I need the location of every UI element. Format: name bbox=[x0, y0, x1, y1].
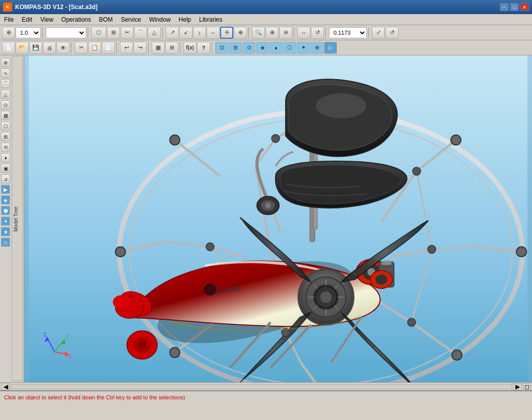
separator-3 bbox=[162, 27, 164, 38]
extrude-btn[interactable]: △ bbox=[148, 27, 161, 39]
menu-help[interactable]: Help bbox=[175, 15, 195, 24]
menu-file[interactable]: File bbox=[0, 15, 18, 24]
zoom-input[interactable]: 0.1173 bbox=[329, 27, 367, 38]
maximize-button[interactable]: □ bbox=[510, 3, 519, 11]
scroll-right-btn[interactable]: ▶ bbox=[513, 383, 522, 390]
menu-libraries[interactable]: Libraries bbox=[195, 15, 226, 24]
cut-btn[interactable]: ✂ bbox=[120, 27, 134, 39]
help-btn[interactable]: ? bbox=[197, 42, 210, 54]
new-btn[interactable]: 📄 bbox=[2, 42, 15, 54]
redo-btn[interactable]: ↪ bbox=[134, 42, 147, 54]
sidebar-icon-14[interactable]: ◈ bbox=[1, 195, 10, 204]
open-btn[interactable]: 📂 bbox=[16, 42, 29, 54]
h-scroll-track[interactable] bbox=[11, 384, 512, 389]
fillet-btn[interactable]: ⌒ bbox=[134, 27, 147, 39]
move-tool-btn[interactable]: ⊕ bbox=[2, 27, 15, 39]
preview-btn[interactable]: 👁 bbox=[56, 42, 70, 54]
window-title: KOMPAS-3D V12 - [Scat.a3d] bbox=[15, 4, 98, 11]
zoom-fit-btn[interactable]: 🔍 bbox=[252, 27, 265, 39]
close-button[interactable]: ✕ bbox=[520, 3, 529, 11]
app-icon: K bbox=[3, 3, 12, 12]
pan2-btn[interactable]: ⤢ bbox=[372, 27, 385, 39]
scroll-left-btn[interactable]: ◀ bbox=[1, 383, 10, 390]
sidebar-icon-15[interactable]: ⬟ bbox=[1, 206, 10, 215]
snap5-btn[interactable]: ♦ bbox=[270, 42, 283, 54]
svg-point-18 bbox=[516, 247, 526, 257]
arr-btn4[interactable]: ↔ bbox=[207, 27, 220, 39]
svg-text:Y: Y bbox=[65, 334, 69, 339]
svg-point-17 bbox=[115, 247, 125, 257]
sidebar-icon-12[interactable]: ⊿ bbox=[1, 174, 10, 183]
rotate-btn[interactable]: ↺ bbox=[311, 27, 324, 39]
sidebar-icon-17[interactable]: ★ bbox=[1, 227, 10, 236]
save-btn[interactable]: 💾 bbox=[29, 42, 42, 54]
sidebar-icon-18[interactable]: ◇ bbox=[1, 238, 10, 247]
main-area: ⊕ ∿ ⌒ △ ⊙ ▦ ⬡ ⊞ ⟲ ♦ ▣ ⊿ ▶ ◈ ⬟ ✦ ★ ◇ bbox=[0, 55, 532, 382]
title-controls[interactable]: − □ ✕ bbox=[500, 3, 529, 11]
cut2-btn[interactable]: ✂ bbox=[75, 42, 88, 54]
sidebar-icon-7[interactable]: ⬡ bbox=[1, 121, 10, 130]
sidebar-icon-1[interactable]: ⊕ bbox=[1, 58, 10, 67]
zoom-in-btn[interactable]: ⊕ bbox=[265, 27, 279, 39]
svg-point-61 bbox=[206, 243, 214, 251]
arr-btn3[interactable]: ↕ bbox=[193, 27, 206, 39]
menu-window[interactable]: Window bbox=[145, 15, 175, 24]
left-sidebar: ⊕ ∿ ⌒ △ ⊙ ▦ ⬡ ⊞ ⟲ ♦ ▣ ⊿ ▶ ◈ ⬟ ✦ ★ ◇ bbox=[0, 55, 24, 382]
sidebar-icon-9[interactable]: ⟲ bbox=[1, 143, 10, 152]
separator-6 bbox=[325, 27, 327, 38]
fx-btn[interactable]: f(x) bbox=[183, 42, 196, 54]
menu-bom[interactable]: BOM bbox=[95, 15, 117, 24]
menu-edit[interactable]: Edit bbox=[18, 15, 36, 24]
sidebar-icon-11[interactable]: ▣ bbox=[1, 164, 10, 173]
zoom-out-btn[interactable]: ⊖ bbox=[279, 27, 292, 39]
style-dropdown[interactable] bbox=[46, 27, 86, 38]
svg-point-35 bbox=[113, 295, 131, 309]
arrow-btn1[interactable]: ↗ bbox=[166, 27, 179, 39]
sidebar-icon-2[interactable]: ∿ bbox=[1, 68, 10, 78]
sidebar-icon-3[interactable]: ⌒ bbox=[1, 79, 10, 88]
sidebar-icon-13[interactable]: ▶ bbox=[1, 185, 10, 194]
menu-view[interactable]: View bbox=[36, 15, 57, 24]
sidebar-icon-4[interactable]: △ bbox=[1, 90, 10, 99]
snap6-btn[interactable]: ⬡ bbox=[283, 42, 296, 54]
sketch-btn[interactable]: ⊞ bbox=[107, 27, 120, 39]
snap1-btn[interactable]: ⊡ bbox=[215, 42, 228, 54]
separator-7 bbox=[368, 27, 370, 38]
snap2-btn[interactable]: ⊞ bbox=[229, 42, 242, 54]
snap4-btn[interactable]: ◈ bbox=[256, 42, 269, 54]
title-bar: K KOMPAS-3D V12 - [Scat.a3d] − □ ✕ bbox=[0, 0, 532, 14]
scroll-corner[interactable]: ◻ bbox=[523, 383, 531, 390]
minimize-button[interactable]: − bbox=[500, 3, 509, 11]
snap8-btn[interactable]: ⊕ bbox=[310, 42, 323, 54]
sidebar-icon-5[interactable]: ⊙ bbox=[1, 100, 10, 109]
rotate2-btn[interactable]: ↺ bbox=[385, 27, 398, 39]
svg-point-50 bbox=[320, 291, 332, 303]
svg-point-56 bbox=[265, 202, 271, 208]
3d-viewport[interactable]: Oxum bbox=[24, 55, 532, 382]
snap9-btn[interactable]: ▷ bbox=[324, 42, 337, 54]
model-tree-tab[interactable]: Model Tree bbox=[12, 56, 23, 381]
pan-btn[interactable]: ↔ bbox=[297, 27, 310, 39]
copy-btn[interactable]: 📋 bbox=[88, 42, 101, 54]
arrow-btn2[interactable]: ↙ bbox=[179, 27, 192, 39]
sidebar-icon-16[interactable]: ✦ bbox=[1, 217, 10, 226]
snap7-btn[interactable]: ✦ bbox=[297, 42, 310, 54]
cross-btn[interactable]: ✛ bbox=[220, 27, 233, 39]
menu-service[interactable]: Service bbox=[117, 15, 145, 24]
undo-btn[interactable]: ↩ bbox=[120, 42, 133, 54]
create-group-btn[interactable]: ⬡ bbox=[91, 27, 106, 39]
svg-point-40 bbox=[204, 284, 216, 296]
plus-btn[interactable]: ⊕ bbox=[234, 27, 247, 39]
paste-btn[interactable]: 📄 bbox=[102, 42, 115, 54]
menu-operations[interactable]: Operations bbox=[57, 15, 95, 24]
shade-btn[interactable]: ▦ bbox=[152, 42, 165, 54]
wireframe-btn[interactable]: ⊞ bbox=[165, 42, 178, 54]
sidebar-icon-6[interactable]: ▦ bbox=[1, 111, 10, 120]
scale-dropdown[interactable]: 1.0 bbox=[16, 27, 41, 38]
snap3-btn[interactable]: ⊙ bbox=[242, 42, 255, 54]
sep-t2-2 bbox=[116, 42, 118, 53]
sidebar-icon-10[interactable]: ♦ bbox=[1, 153, 10, 162]
axis-indicator: Z Y X bbox=[39, 329, 70, 360]
sidebar-icon-8[interactable]: ⊞ bbox=[1, 132, 10, 141]
print-btn[interactable]: 🖨 bbox=[43, 42, 56, 54]
